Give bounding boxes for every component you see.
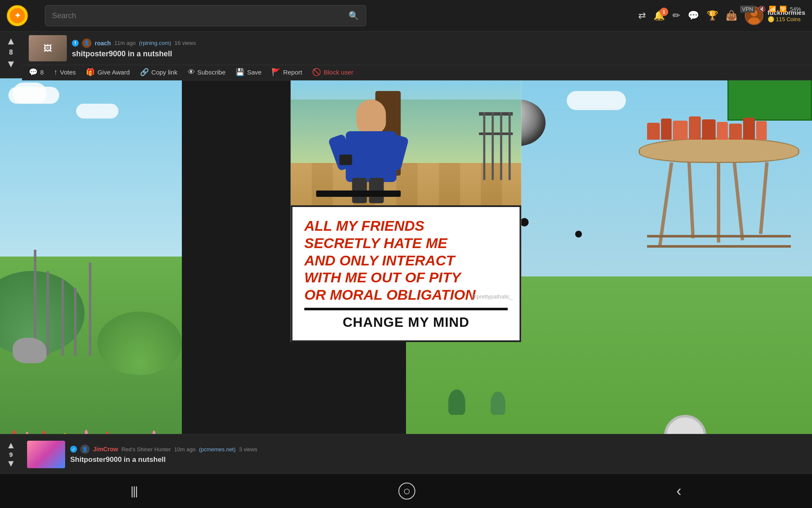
post-meta-line-2: ✓ 👤 JimCrow Red's Shiner Hunter 10m ago … <box>70 444 812 454</box>
search-icon[interactable]: 🔍 <box>348 11 359 21</box>
post-meta-2: ✓ 👤 JimCrow Red's Shiner Hunter 10m ago … <box>70 444 812 464</box>
comment-icon: 💬 <box>29 68 38 77</box>
report-button[interactable]: 🚩 Report <box>272 68 302 77</box>
save-button[interactable]: 💾 Save <box>236 68 261 77</box>
notification-badge: 1 <box>660 8 668 16</box>
trophy-icon[interactable]: 🏆 <box>707 10 718 21</box>
meme-sign: ALL MY FRIENDS SECRETLY HATE ME AND ONLY… <box>291 205 521 342</box>
coins-display: 🪙 115 Coins <box>768 16 805 22</box>
vote-count: 8 <box>9 49 13 56</box>
mute-icon: 🔇 <box>758 6 765 12</box>
block-icon: 🚫 <box>312 68 321 77</box>
post-meta-line: t 👤 roach 11m ago (rpining.com) 16 views <box>72 39 805 48</box>
vote-sidebar: ▲ 8 ▼ <box>0 32 22 78</box>
subscribe-icon: 👁 <box>188 68 195 77</box>
status-bar: VPN 🔇 📶 🛜 54% <box>733 3 808 15</box>
block-user-button[interactable]: 🚫 Block user <box>312 68 353 77</box>
search-box[interactable]: 🔍 <box>45 5 366 26</box>
vote-icon: ↑ <box>54 68 58 77</box>
main-content: ALL MY FRIENDS SECRETLY HATE ME AND ONLY… <box>0 78 812 474</box>
black-orb-3 <box>575 231 582 237</box>
sign-divider <box>304 308 508 310</box>
chat-icon[interactable]: 💬 <box>688 10 699 21</box>
pencil-icon[interactable]: ✏ <box>672 10 680 21</box>
meme-photo <box>291 78 521 205</box>
poster-avatar-small: 👤 <box>82 39 91 48</box>
award-icon: 🎁 <box>86 68 95 77</box>
link-icon: 🔗 <box>140 68 149 77</box>
vote-count-2: 9 <box>9 451 13 458</box>
post-thumbnail-2[interactable] <box>27 441 65 468</box>
post-title-2: Shitposter9000 in a nutshell <box>70 456 812 464</box>
search-container: 🔍 <box>45 5 366 26</box>
comments-button[interactable]: 💬 8 <box>29 68 44 77</box>
battery-indicator: 54% <box>790 6 801 12</box>
poster-badge-2: Red's Shiner Hunter <box>121 446 171 453</box>
second-post-card: ▲ 9 ▼ ✓ 👤 JimCrow Red's Shiner Hunter 10… <box>0 434 812 474</box>
post-thumbnail[interactable]: 🖼 <box>29 35 67 61</box>
poster-name-2[interactable]: JimCrow <box>93 446 118 453</box>
downvote-button-2[interactable]: ▼ <box>6 459 16 468</box>
post-time-2: 10m ago <box>174 446 196 453</box>
post-time: 11m ago <box>114 40 136 46</box>
meme-image: ALL MY FRIENDS SECRETLY HATE ME AND ONLY… <box>291 78 521 342</box>
post-header: 🖼 t 👤 roach 11m ago (rpining.com) 16 vie… <box>22 32 812 80</box>
post-views-2: 3 views <box>239 446 257 453</box>
thumbnail-image: 🖼 <box>29 35 67 61</box>
post-top-header: 🖼 t 👤 roach 11m ago (rpining.com) 16 vie… <box>22 32 812 65</box>
sign-text: ALL MY FRIENDS SECRETLY HATE ME AND ONLY… <box>304 217 508 304</box>
meme-container: ALL MY FRIENDS SECRETLY HATE ME AND ONLY… <box>291 78 521 474</box>
signal-icon: 📶 <box>769 6 776 12</box>
twitter-icon: t <box>72 40 79 47</box>
award-button[interactable]: 🎁 Give Award <box>86 68 129 77</box>
watermark: @prettypathatic_ <box>471 293 513 300</box>
post-source-2[interactable]: (pcmemes.net) <box>199 446 236 453</box>
vpn-icon: VPN <box>740 6 755 13</box>
post-actions: 💬 8 ↑ Votes 🎁 Give Award 🔗 Copy link 👁 S… <box>22 65 812 80</box>
android-navigation-bar: ||| ○ ‹ <box>0 474 812 508</box>
black-orb-2 <box>520 218 529 226</box>
search-input[interactable] <box>52 11 348 20</box>
post-views: 16 views <box>175 40 196 46</box>
post-meta: t 👤 roach 11m ago (rpining.com) 16 views… <box>72 39 805 58</box>
vote-sidebar-2: ▲ 9 ▼ <box>0 438 22 471</box>
top-navigation: ✦ 🔍 ⇄ 🔔 1 ✏ 💬 🏆 👜 <box>0 0 812 32</box>
android-menu-button[interactable]: ||| <box>131 484 137 498</box>
verified-icon: ✓ <box>70 446 77 453</box>
svg-text:✦: ✦ <box>14 11 21 20</box>
post-source[interactable]: (rpining.com) <box>139 40 171 46</box>
left-background <box>0 78 182 474</box>
poster-avatar-2: 👤 <box>80 444 90 454</box>
app-logo[interactable]: ✦ <box>7 5 28 26</box>
copy-link-button[interactable]: 🔗 Copy link <box>140 68 178 77</box>
upvote-button-2[interactable]: ▲ <box>6 441 16 450</box>
android-back-button[interactable]: ‹ <box>676 482 681 500</box>
save-icon: 💾 <box>236 68 244 77</box>
report-icon: 🚩 <box>272 68 280 77</box>
wifi-icon: 🛜 <box>779 6 787 12</box>
subscribe-button[interactable]: 👁 Subscribe <box>188 68 226 77</box>
downvote-button[interactable]: ▼ <box>6 59 16 69</box>
post-title: shitposter9000 in a nutshell <box>72 50 805 58</box>
notification-bell[interactable]: 🔔 1 <box>653 10 665 21</box>
poster-name[interactable]: roach <box>95 40 111 47</box>
sign-cta: CHANGE MY MIND <box>304 315 508 330</box>
upvote-button[interactable]: ▲ <box>6 36 16 46</box>
android-home-button[interactable]: ○ <box>398 483 415 500</box>
shuffle-icon[interactable]: ⇄ <box>638 10 646 21</box>
votes-button[interactable]: ↑ Votes <box>54 68 76 77</box>
